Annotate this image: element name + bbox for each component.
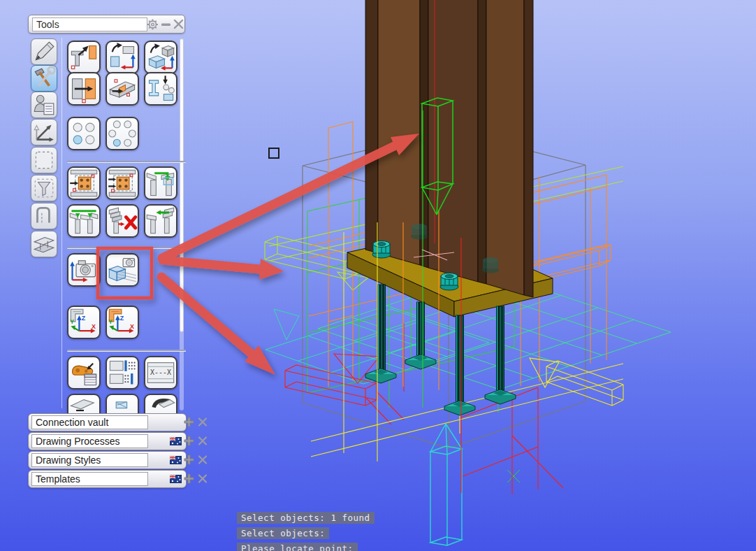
btn-ucs-at-beam[interactable]: ZYX	[67, 306, 101, 339]
rail-beam-section[interactable]	[31, 231, 57, 257]
close-icon[interactable]	[197, 436, 208, 446]
btn-insert-beam[interactable]	[67, 41, 101, 74]
btn-ucs-at-beam-active[interactable]: ZYX	[106, 306, 139, 339]
close-icon[interactable]	[197, 417, 208, 427]
palette-label: Drawing Styles	[31, 453, 148, 467]
group-separator	[67, 247, 186, 249]
svg-text:Z: Z	[120, 315, 124, 322]
gear-icon[interactable]	[146, 17, 159, 31]
group-separator	[67, 161, 186, 163]
command-line-3: Please locate point:	[237, 543, 358, 551]
btn-drawing-layout[interactable]	[106, 356, 139, 389]
svg-text:Y: Y	[108, 318, 112, 325]
btn-bolt-pattern-6[interactable]	[106, 117, 139, 150]
palette-label: Drawing Processes	[31, 434, 148, 448]
btn-numbering-export[interactable]	[67, 356, 101, 389]
rail-selection-box[interactable]	[31, 147, 57, 173]
btn-beam-partial[interactable]	[67, 394, 101, 413]
flag-icon	[170, 475, 182, 483]
palette-divider	[61, 38, 62, 408]
btn-curve-partial[interactable]	[144, 394, 177, 413]
palette-label: Templates	[31, 472, 148, 486]
btn-shorten-beam[interactable]	[106, 72, 139, 106]
palette-connection-vault[interactable]: Connection vault	[28, 413, 187, 431]
svg-text:X: X	[130, 323, 134, 330]
btn-base-plate-connection[interactable]	[67, 166, 101, 200]
btn-rotate-plane-ucs[interactable]	[106, 41, 139, 74]
btn-plate-partial[interactable]	[106, 394, 139, 413]
btn-rotate-box-ucs[interactable]	[144, 41, 177, 74]
btn-split-beam[interactable]	[144, 72, 177, 106]
svg-text:X: X	[92, 323, 96, 330]
palette-scrollbar[interactable]	[180, 38, 184, 410]
scrollbar-thumb[interactable]	[180, 38, 184, 332]
close-icon[interactable]	[172, 17, 185, 31]
minimize-icon[interactable]	[159, 17, 173, 31]
btn-bolt-pattern-4[interactable]	[67, 117, 101, 150]
flag-icon	[170, 456, 182, 464]
btn-assign-connection[interactable]	[144, 204, 177, 238]
svg-text:X---X: X---X	[150, 368, 171, 376]
palette-label: Connection vault	[31, 415, 148, 429]
palette-title: Tools	[32, 17, 147, 31]
pickbox-cursor	[268, 148, 279, 159]
tools-palette-header[interactable]: Tools	[28, 15, 185, 34]
add-icon[interactable]	[184, 436, 194, 446]
command-line-2: Select objects:	[237, 527, 329, 539]
flag-icon	[170, 437, 182, 445]
palette-drawing-processes[interactable]: Drawing Processes	[28, 432, 187, 450]
btn-apply-connection-multi[interactable]	[67, 204, 101, 238]
rail-draw-pencil[interactable]	[31, 38, 57, 65]
rail-ucs-axes[interactable]	[31, 119, 57, 145]
btn-camera-at-node[interactable]	[106, 253, 139, 287]
rail-selection-filter[interactable]	[31, 175, 57, 201]
rail-bent-plate[interactable]	[31, 203, 57, 229]
command-line-1: Select objects: 1 found	[237, 512, 375, 524]
btn-delete-connection[interactable]	[106, 204, 139, 238]
cyan-wire-arrow	[430, 424, 462, 545]
palette-templates[interactable]: Templates	[28, 470, 187, 488]
svg-text:Z: Z	[82, 315, 86, 322]
rail-modify-tools[interactable]	[31, 65, 57, 92]
btn-base-plate-connection-alt[interactable]	[106, 166, 139, 200]
add-icon[interactable]	[184, 417, 194, 427]
tools-palette: Tools	[27, 14, 186, 413]
rail-user-parts[interactable]	[31, 92, 57, 118]
close-icon[interactable]	[197, 473, 208, 484]
group-separator	[67, 350, 186, 352]
btn-dimension-chain[interactable]: X---X	[144, 356, 177, 389]
btn-move-beam-end[interactable]	[67, 72, 101, 106]
btn-copy-connection[interactable]	[144, 166, 177, 200]
add-icon[interactable]	[184, 455, 194, 465]
add-icon[interactable]	[184, 473, 194, 484]
btn-camera-at-ucs[interactable]	[67, 253, 101, 287]
svg-text:Y: Y	[70, 318, 74, 325]
close-icon[interactable]	[197, 455, 208, 465]
palette-drawing-styles[interactable]: Drawing Styles	[28, 451, 187, 469]
